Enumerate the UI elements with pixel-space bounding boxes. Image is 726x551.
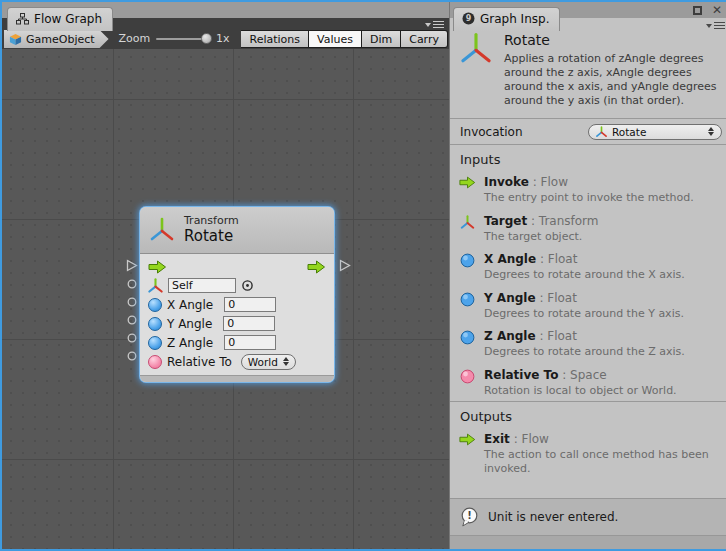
zoom-label: Zoom [119, 32, 151, 45]
port-list-item: Target : Transform The target object. [458, 214, 722, 244]
port-description: Degrees to rotate around the Z axis. [484, 345, 685, 359]
toolbar-button[interactable]: Carry [401, 30, 448, 48]
transform-axes-icon [150, 217, 174, 243]
outputs-section-header: Outputs [450, 401, 726, 430]
inspector-description: Applies a rotation of zAngle degrees aro… [504, 52, 720, 108]
port-description: The action to call once method has been … [484, 448, 722, 475]
port-description: Degrees to rotate around the X axis. [484, 268, 685, 282]
inspector-transform-icon [460, 32, 492, 66]
inspector-title: Rotate [504, 32, 720, 48]
angle-label: Y Angle [167, 317, 212, 331]
angle-input[interactable]: 0 [224, 335, 276, 350]
port-list-item: Invoke : Flow The entry point to invoke … [458, 175, 722, 205]
relative-port-connector[interactable] [127, 351, 137, 361]
tab-flow-graph[interactable]: Flow Graph [7, 7, 113, 31]
inputs-list: Invoke : Flow The entry point to invoke … [450, 173, 726, 401]
toolbar-button[interactable]: Values [309, 30, 362, 48]
invocation-row: Invocation Rotate [450, 119, 726, 145]
flow-out-arrow-icon[interactable] [307, 260, 326, 274]
invocation-value: Rotate [612, 126, 646, 138]
float-port-icon[interactable] [148, 298, 162, 312]
flow-output-connector[interactable] [339, 259, 351, 272]
flow-pane-menu-icon[interactable] [425, 21, 444, 29]
port-name: X Angle [484, 252, 536, 266]
relative-to-dropdown[interactable]: World [241, 354, 296, 370]
angle-label: X Angle [167, 298, 213, 312]
zoom-slider-handle[interactable] [201, 33, 212, 44]
port-description: The entry point to invoke the method. [484, 191, 694, 205]
port-name: Y Angle [484, 291, 536, 305]
toolbar-button-label: Relations [249, 33, 300, 46]
angle-row: Z Angle 0 [148, 334, 326, 351]
svg-text:!: ! [467, 510, 472, 521]
rotate-node-header[interactable]: Transform Rotate [140, 207, 334, 254]
space-port-icon[interactable] [148, 355, 162, 369]
port-type-icon [458, 432, 476, 475]
graph-canvas[interactable]: Transform Rotate [2, 49, 449, 549]
breadcrumb-gameobject[interactable]: GameObject [4, 30, 109, 48]
port-type-icon [458, 175, 476, 205]
port-name: Invoke [484, 175, 529, 189]
float-port-icon[interactable] [148, 317, 162, 331]
angle-input[interactable]: 0 [223, 316, 275, 331]
angle-rows: X Angle 0 Y Angle 0 [148, 296, 326, 351]
port-type-icon [458, 252, 476, 282]
toolbar-button-label: Values [317, 33, 353, 46]
tab-graph-inspector[interactable]: 9 Graph Insp. [453, 7, 560, 31]
port-type-icon [458, 291, 476, 321]
flow-graph-icon [16, 13, 29, 25]
float-port-icon[interactable] [148, 336, 162, 350]
angle-input[interactable]: 0 [224, 297, 276, 312]
port-type: : Float [540, 252, 578, 266]
invocation-dropdown[interactable]: Rotate [588, 124, 722, 140]
object-picker-icon[interactable] [241, 279, 254, 292]
flow-ports-row [148, 258, 326, 275]
gameobject-cube-icon [9, 33, 22, 46]
toolbar-button-label: Carry [409, 33, 439, 46]
zoom-value: 1x [216, 32, 230, 45]
outputs-list: Exit : Flow The action to call once meth… [450, 430, 726, 479]
toolbar-buttons: Relations Values Dim Carry [241, 30, 448, 48]
port-list-item: Relative To : Space Rotation is local to… [458, 368, 722, 398]
zoom-slider[interactable] [156, 30, 210, 48]
editor-window: Flow Graph GameObject Zoom 1x [2, 2, 724, 549]
breadcrumb-label: GameObject [26, 33, 95, 46]
maximize-icon[interactable] [693, 6, 702, 15]
port-name: Relative To [484, 368, 558, 382]
port-type: : Flow [533, 175, 568, 189]
target-transform-icon [148, 278, 163, 294]
toolbar-button[interactable]: Dim [362, 30, 401, 48]
relative-to-row: Relative To World [148, 353, 326, 370]
dropdown-arrows-icon [283, 357, 289, 366]
inspector-bottom-strip [450, 535, 726, 549]
port-description: Rotation is local to object or World. [484, 384, 677, 398]
close-icon[interactable]: ✕ [712, 6, 722, 15]
port-type-icon [458, 368, 476, 398]
warning-text: Unit is never entered. [488, 510, 618, 524]
rotate-node[interactable]: Transform Rotate [140, 207, 334, 382]
y-angle-port-connector[interactable] [127, 315, 137, 325]
target-port-connector[interactable] [127, 279, 137, 289]
port-type: : Space [562, 368, 606, 382]
flow-graph-panel: Flow Graph GameObject Zoom 1x [2, 2, 449, 549]
flow-in-arrow-icon[interactable] [148, 260, 167, 274]
port-type-icon [458, 329, 476, 359]
port-type: : Float [539, 329, 577, 343]
port-description: Degrees to rotate around the Y axis. [484, 307, 684, 321]
inspector-pane-menu-icon[interactable] [706, 22, 725, 30]
x-angle-port-connector[interactable] [127, 297, 137, 307]
z-angle-port-connector[interactable] [127, 333, 137, 343]
port-list-item: Exit : Flow The action to call once meth… [458, 432, 722, 475]
toolbar-button[interactable]: Relations [241, 30, 309, 48]
flow-input-connector[interactable] [126, 259, 138, 272]
port-name: Exit [484, 432, 510, 446]
toolbar-button-label: Dim [370, 33, 392, 46]
port-list-item: Y Angle : Float Degrees to rotate around… [458, 291, 722, 321]
relative-to-label: Relative To [167, 355, 232, 369]
angle-label: Z Angle [167, 336, 213, 350]
target-input[interactable]: Self [168, 278, 236, 293]
window-controls: ✕ [693, 6, 722, 15]
rotate-node-footer [140, 375, 334, 382]
port-list-item: X Angle : Float Degrees to rotate around… [458, 252, 722, 282]
inputs-section-header: Inputs [450, 145, 726, 173]
